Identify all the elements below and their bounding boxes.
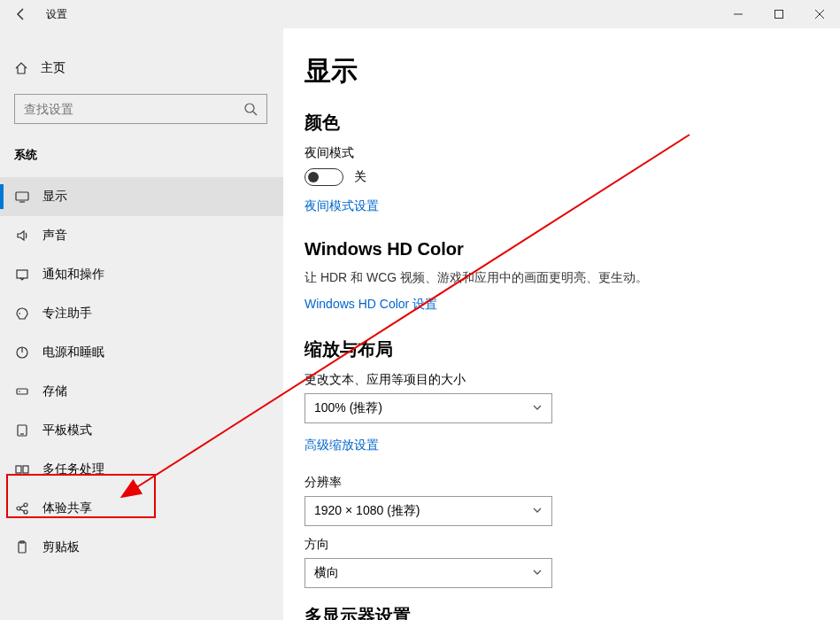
svg-rect-4	[16, 192, 28, 200]
sidebar-item-tablet[interactable]: 平板模式	[0, 411, 283, 450]
orientation-select[interactable]: 横向	[304, 558, 552, 588]
sidebar-item-clipboard[interactable]: 剪贴板	[0, 528, 283, 567]
resolution-label: 分辨率	[304, 475, 840, 491]
scale-label: 更改文本、应用等项目的大小	[304, 372, 840, 388]
svg-rect-14	[23, 466, 28, 473]
sidebar-item-focus[interactable]: 专注助手	[0, 294, 283, 333]
close-button[interactable]	[799, 0, 840, 28]
svg-rect-6	[17, 270, 27, 278]
titlebar: 设置	[0, 0, 840, 28]
sidebar-section-label: 系统	[0, 140, 283, 177]
search-input[interactable]	[24, 102, 242, 116]
svg-line-19	[20, 509, 24, 511]
sidebar-item-label: 体验共享	[42, 500, 92, 516]
sidebar: 主页 系统 显示声音通知和操作专注助手电源和睡眠存储平板模式多任务处理体验共享剪…	[0, 28, 283, 620]
svg-rect-9	[17, 389, 27, 394]
back-button[interactable]	[0, 0, 42, 28]
window-title: 设置	[42, 7, 67, 22]
maximize-icon	[774, 9, 784, 19]
sidebar-item-power[interactable]: 电源和睡眠	[0, 333, 283, 372]
svg-rect-20	[19, 542, 26, 553]
sidebar-item-label: 多任务处理	[42, 461, 104, 477]
scale-value: 100% (推荐)	[314, 400, 382, 416]
home-label: 主页	[41, 60, 66, 76]
close-icon	[814, 9, 825, 19]
svg-point-10	[19, 391, 20, 392]
hd-color-heading: Windows HD Color	[304, 239, 840, 260]
sidebar-item-storage[interactable]: 存储	[0, 372, 283, 411]
svg-rect-1	[775, 11, 783, 19]
sidebar-item-sound[interactable]: 声音	[0, 216, 283, 255]
sidebar-item-notification[interactable]: 通知和操作	[0, 255, 283, 294]
orientation-label: 方向	[304, 537, 840, 553]
notification-icon	[14, 267, 30, 283]
tablet-icon	[14, 422, 30, 438]
chevron-down-icon	[532, 566, 543, 580]
minimize-icon	[733, 9, 744, 19]
focus-icon	[14, 306, 30, 322]
svg-line-18	[20, 506, 24, 508]
resolution-value: 1920 × 1080 (推荐)	[314, 503, 420, 519]
sidebar-item-label: 电源和睡眠	[42, 345, 104, 360]
home-button[interactable]: 主页	[0, 53, 283, 83]
color-heading: 颜色	[304, 111, 840, 135]
display-icon	[14, 189, 30, 205]
clipboard-icon	[14, 539, 30, 555]
storage-icon	[14, 384, 30, 399]
hd-color-settings-link[interactable]: Windows HD Color 设置	[304, 297, 437, 313]
svg-point-16	[24, 503, 27, 507]
svg-rect-13	[16, 466, 21, 473]
arrow-left-icon	[14, 7, 28, 21]
sidebar-item-label: 专注助手	[42, 306, 92, 322]
svg-point-15	[17, 507, 20, 510]
sidebar-item-label: 存储	[42, 384, 67, 399]
home-icon	[14, 61, 28, 75]
page-title: 显示	[304, 53, 840, 89]
sidebar-item-label: 平板模式	[42, 422, 92, 438]
content-pane: 显示 颜色 夜间模式 关 夜间模式设置 Windows HD Color 让 H…	[283, 28, 840, 620]
window-controls	[718, 0, 840, 28]
advanced-scale-link[interactable]: 高级缩放设置	[304, 438, 379, 453]
night-mode-settings-link[interactable]: 夜间模式设置	[304, 198, 379, 214]
search-box[interactable]	[14, 94, 267, 124]
toggle-knob	[308, 172, 319, 182]
scale-heading: 缩放与布局	[304, 337, 840, 361]
night-mode-state: 关	[354, 169, 366, 185]
scale-select[interactable]: 100% (推荐)	[304, 393, 552, 423]
sidebar-item-share[interactable]: 体验共享	[0, 489, 283, 528]
chevron-down-icon	[532, 401, 543, 415]
share-icon	[14, 500, 30, 516]
multi-display-heading: 多显示器设置	[304, 604, 840, 620]
sidebar-item-display[interactable]: 显示	[0, 177, 283, 216]
maximize-button[interactable]	[759, 0, 799, 28]
night-mode-label: 夜间模式	[304, 145, 840, 161]
multitask-icon	[14, 461, 30, 477]
sidebar-nav: 显示声音通知和操作专注助手电源和睡眠存储平板模式多任务处理体验共享剪贴板	[0, 177, 283, 567]
sound-icon	[14, 228, 30, 244]
night-mode-toggle[interactable]	[304, 168, 343, 186]
svg-point-2	[245, 104, 254, 112]
sidebar-item-multitask[interactable]: 多任务处理	[0, 450, 283, 489]
power-icon	[14, 345, 30, 360]
search-icon	[242, 102, 259, 116]
minimize-button[interactable]	[718, 0, 759, 28]
hd-color-description: 让 HDR 和 WCG 视频、游戏和应用中的画面更明亮、更生动。	[304, 270, 840, 286]
orientation-value: 横向	[314, 565, 339, 581]
sidebar-item-label: 声音	[42, 228, 67, 244]
resolution-select[interactable]: 1920 × 1080 (推荐)	[304, 496, 552, 526]
svg-line-3	[253, 112, 257, 115]
svg-point-17	[24, 510, 27, 514]
sidebar-item-label: 通知和操作	[42, 267, 104, 283]
sidebar-item-label: 剪贴板	[42, 539, 80, 555]
sidebar-item-label: 显示	[42, 189, 67, 205]
chevron-down-icon	[532, 504, 543, 518]
